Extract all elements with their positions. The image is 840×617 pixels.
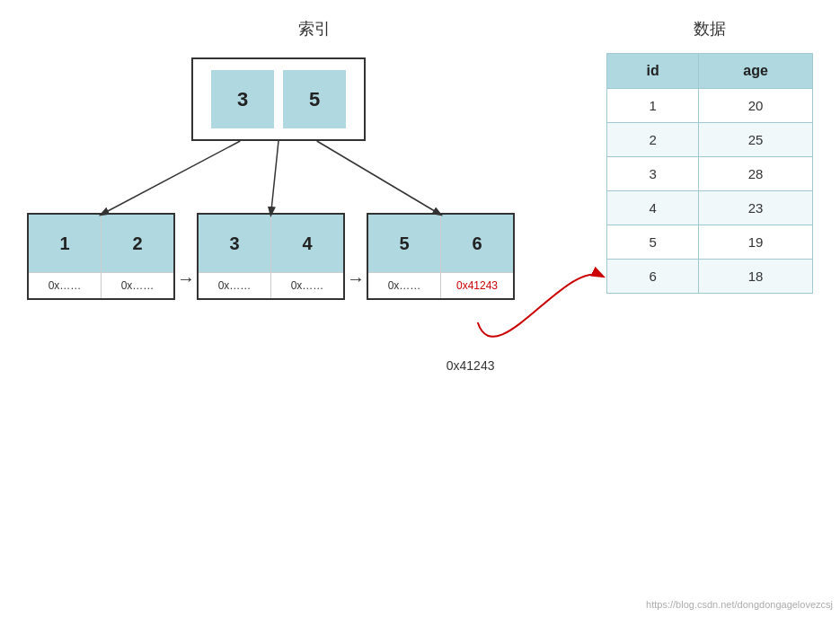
leaf-cell-2: 2 0x…… xyxy=(102,215,173,298)
leaf-cell-1: 1 0x…… xyxy=(29,215,102,298)
watermark: https://blog.csdn.net/dongdongagelovezcs… xyxy=(646,599,833,610)
index-section: 索引 3 5 1 0x…… 2 0x…… → xyxy=(27,18,530,300)
leaf-node-3: 5 0x…… 6 0x41243 xyxy=(367,213,515,300)
table-row: 328 xyxy=(607,157,813,191)
arrow-spacer xyxy=(27,141,530,213)
leaf-arrow-2-3: → xyxy=(345,240,367,289)
root-node: 3 5 xyxy=(27,57,530,141)
table-header-row: id age xyxy=(607,54,813,89)
root-cell-3: 3 xyxy=(211,70,274,128)
leaf-cell-4: 4 0x…… xyxy=(271,215,343,298)
data-title: 数据 xyxy=(606,18,813,40)
leaf-node-2: 3 0x…… 4 0x…… xyxy=(197,213,345,300)
index-title: 索引 xyxy=(99,18,530,40)
data-section: 数据 id age 120225328423519618 xyxy=(606,18,813,294)
leaf-node-1: 1 0x…… 2 0x…… xyxy=(27,213,175,300)
col-id: id xyxy=(607,54,699,89)
table-row: 225 xyxy=(607,123,813,157)
leaf-cell-6: 6 0x41243 xyxy=(441,215,513,298)
leaf-cell-3: 3 0x…… xyxy=(199,215,271,298)
leaf-cell-6-addr: 0x41243 xyxy=(441,273,513,298)
leaf-arrow-1-2: → xyxy=(175,240,197,289)
table-row: 423 xyxy=(607,191,813,225)
table-row: 120 xyxy=(607,89,813,123)
table-row: 519 xyxy=(607,225,813,260)
root-node-box: 3 5 xyxy=(191,57,366,141)
data-table: id age 120225328423519618 xyxy=(606,53,813,294)
pointer-label: 0x41243 xyxy=(447,358,495,373)
leaf-row: 1 0x…… 2 0x…… → 3 0x…… 4 0x…… xyxy=(27,213,530,300)
root-cell-5: 5 xyxy=(283,70,346,128)
leaf-cell-5: 5 0x…… xyxy=(368,215,441,298)
table-row: 618 xyxy=(607,260,813,294)
col-age: age xyxy=(699,54,813,89)
